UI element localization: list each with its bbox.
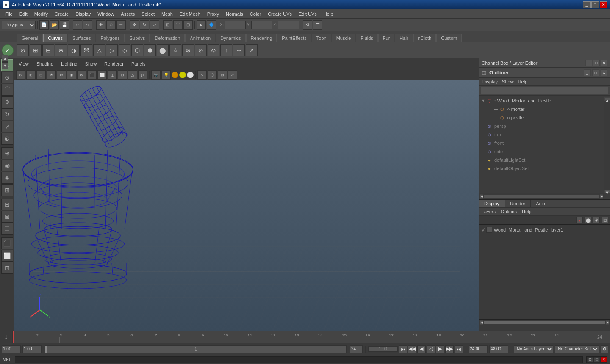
vp-icon-share[interactable]: ⤢ (228, 70, 237, 80)
shelf-icon-8[interactable]: ▷ (106, 44, 118, 56)
shelf-tab-animation[interactable]: Animation (185, 34, 215, 42)
status-btn-2[interactable]: □ (594, 357, 600, 362)
shelf-tab-custom[interactable]: Custom (436, 34, 462, 42)
cb-hscroll-left[interactable]: ◀ (480, 320, 483, 325)
close-button[interactable]: ✕ (600, 1, 607, 8)
shelf-scroll-down[interactable]: ▼ (2, 62, 8, 69)
tool-display-layers[interactable]: ☰ (1, 223, 13, 235)
tb-rotate[interactable]: ↻ (140, 20, 149, 30)
shelf-icon-10[interactable]: ⬡ (131, 44, 143, 56)
cb-layer-icon-2[interactable]: ⬤ (585, 217, 591, 223)
timeline-ruler[interactable]: 1 2 3 4 5 6 7 8 9 10 11 12 13 14 15 16 1… (13, 331, 589, 343)
outliner-vscroll-down[interactable]: ▼ (604, 190, 610, 193)
vp-icon-yellow1[interactable] (172, 72, 178, 78)
outliner-hscroll-right[interactable]: ▶ (600, 194, 603, 199)
status-btn-1[interactable]: C (587, 357, 593, 362)
shelf-tab-deformation[interactable]: Deformation (150, 34, 185, 42)
tree-item-lightset[interactable]: ● defaultLightSet (479, 156, 610, 164)
tool-quick-layout3[interactable]: ⊡ (1, 262, 13, 274)
cb-layer-icon-3[interactable]: ☀ (593, 217, 600, 223)
pb-prev-frame[interactable]: ◀ (417, 345, 426, 353)
viewport-3d[interactable]: .wire { fill:none; stroke:#1a1aaa; strok… (14, 80, 479, 331)
tree-item-front[interactable]: ⊙ front (479, 139, 610, 147)
tb-ipr[interactable]: 🔷 (207, 20, 216, 30)
vp-icon-10[interactable]: ⊡ (118, 70, 127, 80)
status-command-input[interactable] (15, 356, 583, 363)
title-bar-controls[interactable]: _ □ ✕ (583, 1, 607, 8)
vp-icon-2[interactable]: ⊞ (26, 70, 36, 80)
vp-icon-arrow[interactable]: ↖ (197, 70, 207, 80)
menu-mesh[interactable]: Mesh (158, 11, 176, 17)
vp-icon-9[interactable]: ◫ (108, 70, 117, 80)
range-start-marker[interactable] (45, 346, 47, 353)
vp-menu-show[interactable]: Show (83, 61, 99, 67)
shelf-tab-hair[interactable]: Hair (395, 34, 413, 42)
menu-edit[interactable]: Edit (16, 11, 31, 17)
menu-window[interactable]: Window (94, 11, 117, 17)
cb-ctrl-minimize[interactable]: _ (585, 60, 592, 66)
shelf-tab-fluids[interactable]: Fluids (356, 34, 377, 42)
menu-modify[interactable]: Modify (31, 11, 51, 17)
tree-item-persp[interactable]: ⊙ persp (479, 122, 610, 130)
vp-icon-view[interactable]: ⊞ (218, 70, 227, 80)
tool-show-manip[interactable]: ☯ (1, 133, 13, 145)
shelf-tab-rendering[interactable]: Rendering (246, 34, 277, 42)
tool-sculpt[interactable]: ◉ (1, 160, 13, 171)
outliner-hscroll[interactable]: ◀ ▶ (479, 193, 604, 199)
cb-tab-display[interactable]: Display (479, 200, 505, 207)
shelf-scroll-up[interactable]: ▲ (2, 55, 8, 62)
shelf-tab-surfaces[interactable]: Surfaces (68, 34, 95, 42)
shelf-tab-painteffects[interactable]: PaintEffects (277, 34, 311, 42)
range-end-input[interactable] (350, 345, 363, 353)
char-set-select[interactable]: No Character Set (555, 345, 599, 353)
shelf-icon-13[interactable]: ☆ (169, 44, 181, 56)
shelf-icon-4[interactable]: ⊕ (55, 44, 67, 56)
tool-layers[interactable]: ⊟ (1, 199, 13, 210)
outliner-maximize-btn[interactable]: □ (592, 69, 599, 76)
tb-snap-point[interactable]: ⊡ (183, 20, 193, 30)
anim-layer-select[interactable]: No Anim Layer (514, 345, 553, 353)
end-time-input[interactable] (469, 345, 488, 353)
shelf-icon-2[interactable]: ⊞ (30, 44, 42, 56)
tb-save[interactable]: 💾 (60, 20, 69, 30)
menu-select[interactable]: Select (138, 11, 158, 17)
menu-display[interactable]: Display (72, 11, 94, 17)
outliner-close-btn[interactable]: ✕ (601, 69, 607, 76)
ol-menu-help[interactable]: Help (516, 79, 530, 85)
vp-icon-5[interactable]: ⊕ (57, 70, 66, 80)
vp-icon-camera[interactable]: 📷 (151, 70, 161, 80)
menu-create-uvs[interactable]: Create UVs (264, 11, 295, 17)
tb-scale[interactable]: ⤢ (150, 20, 159, 30)
vp-icon-cube[interactable]: ⬡ (208, 70, 217, 80)
menu-assets[interactable]: Assets (117, 11, 138, 17)
vp-menu-shading[interactable]: Shading (35, 61, 55, 67)
tree-item-root[interactable]: ▼ ⬡ ○ Wood_Mortar_and_Pestle (479, 97, 610, 105)
vp-menu-view[interactable]: View (17, 61, 30, 67)
xyz-x-input[interactable] (225, 21, 246, 29)
shelf-icon-6[interactable]: ⌘ (80, 44, 92, 56)
vp-icon-3[interactable]: ⊟ (36, 70, 46, 80)
shelf-icon-5[interactable]: ◑ (68, 44, 80, 56)
bc-settings-btn[interactable]: ⚙ (601, 345, 608, 353)
tool-rotate[interactable]: ↻ (1, 108, 13, 120)
shelf-tab-general[interactable]: General (17, 34, 43, 42)
vp-menu-panels[interactable]: Panels (130, 61, 147, 67)
cb-menu-layers[interactable]: Layers (481, 209, 496, 215)
outliner-minimize-btn[interactable]: _ (584, 69, 591, 76)
maximize-button[interactable]: □ (591, 1, 599, 8)
shelf-tab-muscle[interactable]: Muscle (332, 34, 356, 42)
tb-snap-curve[interactable]: ⌒ (173, 20, 183, 30)
xyz-z-input[interactable] (278, 21, 299, 29)
pb-go-start[interactable]: ⏮ (399, 345, 407, 353)
tool-select-paintsel[interactable]: ⊙ (1, 72, 13, 83)
menu-proxy[interactable]: Proxy (204, 11, 222, 17)
range-start-input[interactable] (22, 345, 42, 353)
tree-item-objectset[interactable]: ● defaultObjectSet (479, 164, 610, 173)
menu-file[interactable]: File (2, 11, 16, 17)
pb-go-end[interactable]: ⏭ (455, 345, 463, 353)
cb-tab-render[interactable]: Render (505, 200, 531, 207)
menu-help[interactable]: Help (320, 11, 337, 17)
vp-icon-6[interactable]: ◉ (67, 70, 76, 80)
range-bar[interactable]: 1 (45, 345, 347, 353)
tool-move[interactable]: ✥ (1, 96, 13, 108)
